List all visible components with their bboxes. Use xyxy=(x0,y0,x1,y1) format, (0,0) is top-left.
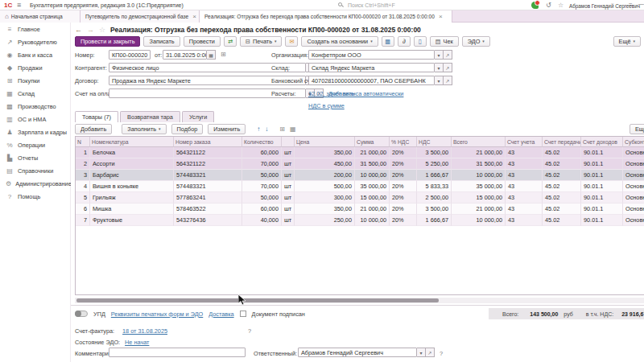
warehouse-open-icon[interactable]: ↗ xyxy=(444,63,452,72)
sidebar-item-assets[interactable]: ▥ОС и НМА xyxy=(0,113,70,125)
table-row[interactable]: 7Фруктовые54327643640,000шт250,0010 000,… xyxy=(76,215,644,226)
table-row[interactable]: 2Ассорти56432112270,000шт450,0031 500,00… xyxy=(76,158,644,170)
column-header[interactable]: % НДС xyxy=(390,137,417,147)
settlements-link[interactable]: 62.02, зачет аванса автоматически xyxy=(308,90,403,97)
sidebar-item-help[interactable]: ?Помощь xyxy=(0,190,70,203)
search-icon[interactable] xyxy=(338,2,342,6)
bank-account-choose-icon[interactable]: ▾ xyxy=(435,76,444,85)
column-header[interactable]: Номер заказа xyxy=(174,137,242,147)
sidebar-item-book[interactable]: ▤Справочники xyxy=(0,164,70,177)
column-header[interactable]: Количество xyxy=(242,137,282,147)
move-up-icon[interactable]: ↑ xyxy=(257,125,260,133)
attachments-icon[interactable]: ∂ xyxy=(398,36,411,47)
move-down-icon[interactable]: ↓ xyxy=(265,125,268,133)
change-button[interactable]: Изменить xyxy=(208,124,246,134)
write-button[interactable]: Записать xyxy=(143,36,180,47)
column-header[interactable]: Субконто xyxy=(623,137,644,147)
send-email-icon[interactable]: ✉ xyxy=(285,36,298,47)
sidebar-item-chart-line[interactable]: ↗Руководителю xyxy=(0,35,70,48)
document-signed-checkbox[interactable] xyxy=(240,311,246,317)
items-tab[interactable]: Услуги xyxy=(182,111,214,122)
window-tab-active[interactable]: Реализация: Отгрузка без перехода права … xyxy=(200,10,452,23)
post-button[interactable]: Провести xyxy=(184,36,221,47)
sidebar-item-bank[interactable]: ◉Банк и касса xyxy=(0,48,70,61)
table-row[interactable]: 5Грильяж57786324150,000шт300,0015 000,00… xyxy=(76,192,644,204)
sidebar-item-warehouse[interactable]: ▦Склад xyxy=(0,87,70,100)
service-menu-icon[interactable]: ≡ xyxy=(629,2,633,9)
bank-account-open-icon[interactable]: ↗ xyxy=(444,76,452,85)
responsible-field[interactable]: Абрамов Геннадий Сергеевич xyxy=(298,348,417,357)
items-tab[interactable]: Возвратная тара xyxy=(120,111,180,122)
vat-in-sum-link[interactable]: НДС в сумме xyxy=(308,102,345,109)
sidebar-item-operations[interactable]: %Операции xyxy=(0,138,70,151)
column-header[interactable]: Номенклатура xyxy=(90,137,174,147)
table-more-button[interactable]: Ещё▾ xyxy=(630,124,644,134)
global-search-input[interactable]: Поиск Ctrl+Shift+F xyxy=(348,2,395,8)
responsible-help-icon[interactable]: ? xyxy=(440,350,443,357)
minimize-icon[interactable]: — xyxy=(638,1,644,6)
table-row[interactable]: 4Вишня в коньяке57448332170,000шт500,003… xyxy=(76,181,644,192)
discussions-icon[interactable] xyxy=(531,2,539,9)
table-row[interactable]: 1Белочка56432112260,000шт350,0021 000,00… xyxy=(76,147,644,158)
column-header[interactable]: Сумма xyxy=(355,137,390,147)
show-postings-icon[interactable]: ⇄ xyxy=(224,36,237,47)
organization-open-icon[interactable]: ↗ xyxy=(444,50,452,60)
close-tab-icon[interactable]: × xyxy=(439,13,443,20)
organization-choose-icon[interactable]: ▾ xyxy=(435,50,444,60)
post-and-close-button[interactable]: Провести и закрыть xyxy=(75,36,140,47)
number-field[interactable]: КП00-000020 xyxy=(109,50,151,60)
window-tab[interactable]: Путеводитель по демонстрационной базе× xyxy=(80,10,200,23)
fill-button[interactable]: Заполнить▾ xyxy=(122,124,166,134)
favorite-star-icon[interactable]: ☆ xyxy=(99,26,105,34)
column-header[interactable]: Счет учета xyxy=(506,137,543,147)
table-row[interactable]: 3Барбарис57448332150,000шт200,0010 000,0… xyxy=(76,170,644,181)
copy-rows-icon[interactable]: ⊞ xyxy=(279,125,285,133)
warehouse-choose-icon[interactable]: ▾ xyxy=(435,63,444,72)
column-header[interactable]: N xyxy=(76,137,90,147)
close-tab-icon[interactable]: × xyxy=(192,13,196,20)
column-header[interactable]: Счет передачи xyxy=(543,137,581,147)
invoice-help-icon[interactable]: ? xyxy=(248,327,251,335)
responsible-choose-icon[interactable]: ▾ xyxy=(417,348,426,357)
responsible-open-icon[interactable]: ↗ xyxy=(426,348,435,357)
edo-state-link[interactable]: Не начат xyxy=(125,339,149,346)
add-row-button[interactable]: Добавить xyxy=(75,124,112,134)
date-field[interactable]: 31.08.2025 0:00:00 xyxy=(163,50,207,60)
more-button[interactable]: Ещё▾ xyxy=(613,36,641,47)
warehouse-field[interactable]: Склад Яндекс Маркета xyxy=(308,63,435,72)
upd-toggle[interactable] xyxy=(75,311,88,317)
organization-field[interactable]: Конфетпром ООО xyxy=(308,50,435,60)
print-button[interactable]: ⊟Печать▾ xyxy=(240,36,283,47)
scrollbar-thumb[interactable] xyxy=(76,298,439,302)
sidebar-item-reports[interactable]: ▙Отчеты xyxy=(0,151,70,164)
sidebar-item-person[interactable]: ♟Зарплата и кадры xyxy=(0,125,70,138)
check-button[interactable]: ▤Чек xyxy=(430,36,459,47)
column-header[interactable]: НДС xyxy=(417,137,452,147)
sidebar-item-sales[interactable]: ◆Продажи xyxy=(0,61,70,74)
calendar-icon[interactable]: ▦ xyxy=(207,50,216,60)
edo-button[interactable]: ЭДО▾ xyxy=(462,36,490,47)
sidebar-item-cart[interactable]: ⊞Покупки xyxy=(0,74,70,87)
window-tab[interactable]: ⌂Начальная страница xyxy=(0,10,80,23)
create-based-on-button[interactable]: Создать на основании▾ xyxy=(301,36,378,47)
bank-account-field[interactable]: 40702810000000000007, ПАО СБЕРБАНК xyxy=(308,76,435,85)
table-row[interactable]: 6Мишка57846352260,000шт350,0021 000,0020… xyxy=(76,204,644,215)
forward-icon[interactable]: → xyxy=(87,26,94,34)
report-icon[interactable]: ▦ xyxy=(382,36,394,47)
print-forms-edo-link[interactable]: Реквизиты печатных форм и ЭДО xyxy=(111,311,203,318)
delivery-link[interactable]: Доставка xyxy=(208,311,233,318)
sidebar-item-gear[interactable]: ⚙Администрирование xyxy=(0,177,70,190)
column-header[interactable] xyxy=(282,137,295,147)
invoice-link[interactable]: 18 от 31.08.2025 xyxy=(122,327,167,335)
comment-field[interactable] xyxy=(109,348,246,357)
items-table[interactable]: NНоменклатураНомер заказаКоличествоЦенаС… xyxy=(75,136,644,295)
horizontal-scrollbar[interactable] xyxy=(75,298,644,303)
column-header[interactable]: Счет доходов xyxy=(581,137,623,147)
copy-date-icon[interactable]: ⊞ xyxy=(221,51,226,58)
main-menu-icon[interactable]: ≡ xyxy=(17,1,21,9)
back-icon[interactable]: ← xyxy=(75,26,82,34)
favorites-icon[interactable]: ☆ xyxy=(558,2,564,9)
sidebar-item-production[interactable]: ▩Производство xyxy=(0,100,70,113)
sidebar-item-menu[interactable]: ≡Главное xyxy=(0,23,70,35)
history-icon[interactable]: ↺ xyxy=(546,2,551,9)
